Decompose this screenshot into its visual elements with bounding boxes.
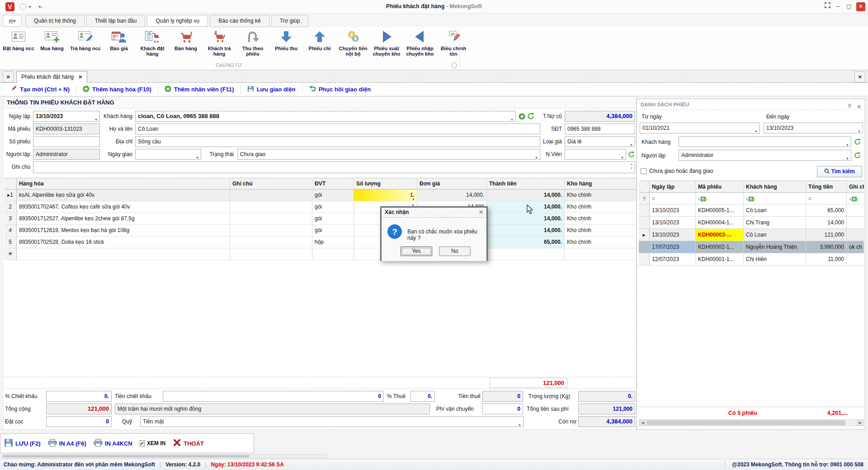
footer-button[interactable]: THOÁT — [173, 438, 204, 448]
scroll-right-icon[interactable]: ▶ — [857, 420, 863, 426]
item-unit-cell[interactable]: gói — [312, 201, 354, 213]
refresh-icon[interactable] — [853, 136, 861, 147]
minimize-icon[interactable]: ─ — [834, 2, 843, 11]
order-date-cell[interactable]: 13/10/2023 — [650, 229, 696, 241]
menu-tab-thiết-lập-ban-đầu[interactable]: Thiết lập ban đầu — [86, 15, 146, 27]
order-row[interactable]: 12/07/2023KDH00001-1...Chị Hiền11,000 — [639, 253, 864, 266]
menu-tab-quản-lý-nghiệp-vụ[interactable]: Quản lý nghiệp vụ — [147, 15, 208, 27]
from-date-field[interactable]: 01/10/2021▼ — [640, 123, 760, 133]
toolbar-item[interactable]: Thu theo phiếu — [236, 28, 269, 61]
toolbar-item[interactable]: €$Chuyển tiền nội bộ — [336, 28, 370, 61]
group-expand-icon[interactable]: ◦ — [451, 62, 457, 68]
order-customer-cell[interactable]: Chị Trang — [744, 217, 806, 228]
filter-creator-field[interactable]: Administrator▼ — [679, 150, 851, 161]
chevron-down-icon[interactable]: ▼ — [94, 115, 98, 122]
item-unit-cell[interactable]: gói — [312, 190, 354, 201]
order-note-cell[interactable]: ok ch — [847, 241, 864, 253]
menu-tab-báo-cáo-thống-kê[interactable]: Báo cáo thống kê — [210, 15, 269, 27]
item-note-cell[interactable] — [230, 237, 312, 248]
order-note-cell[interactable] — [847, 217, 864, 228]
deposit-field[interactable]: 0 — [46, 416, 112, 427]
toolbar-item[interactable]: Khách đặt hàng — [136, 28, 169, 61]
item-warehouse-cell[interactable]: Kho chính — [565, 237, 636, 248]
column-header[interactable]: Số lượng — [354, 178, 417, 189]
table-row[interactable]: 48935001712619, Mentos kẹo bạc hà gói 10… — [4, 225, 636, 237]
order-total-cell[interactable]: 121,000 — [806, 229, 847, 241]
toolbar-item[interactable]: Phiếu xuất chuyển kho — [370, 28, 403, 61]
toolbar-item[interactable]: Đặt hàng ncc — [2, 28, 35, 61]
scroll-left-icon[interactable]: ◀ — [639, 420, 646, 426]
item-name-cell[interactable]: 8935001712527, Alpenlibe kẹo 2chew gói 8… — [17, 213, 230, 224]
order-code-cell[interactable]: KDH00002-1... — [696, 241, 744, 253]
order-customer-cell[interactable]: Nguyễn Hoàng Thiện — [744, 241, 806, 253]
item-warehouse-cell[interactable]: Kho chính — [565, 213, 636, 224]
pct-discount-field[interactable]: 0. — [46, 391, 112, 402]
column-header[interactable]: Thành tiền — [487, 178, 565, 189]
footer-button[interactable]: LƯU (F2) — [4, 438, 41, 449]
discount-field[interactable]: 0 — [163, 391, 384, 402]
tab-close-icon[interactable]: ✕ — [78, 74, 82, 80]
checkbox-icon[interactable] — [641, 168, 646, 174]
column-header[interactable]: ĐVT — [312, 178, 354, 189]
order-note-cell[interactable] — [847, 204, 864, 216]
scrollbar-thumb[interactable] — [646, 420, 845, 425]
order-total-cell[interactable]: 65,000 — [806, 204, 847, 216]
order-date-cell[interactable]: 17/07/2023 — [650, 241, 696, 253]
column-header[interactable]: Ghi chú — [847, 181, 864, 192]
empty-cell[interactable] — [312, 248, 354, 260]
order-total-cell[interactable]: 3,990,000 — [806, 241, 847, 253]
fullscreen-icon[interactable] — [823, 2, 832, 11]
empty-cell[interactable] — [230, 248, 312, 260]
order-total-cell[interactable]: 11,000 — [806, 253, 847, 265]
item-note-cell[interactable] — [230, 190, 312, 201]
price-type-field[interactable]: Giá lẻ▼ — [565, 136, 635, 147]
close-icon[interactable]: ✕ — [479, 208, 483, 217]
refresh-staff-icon[interactable] — [627, 149, 635, 160]
order-customer-cell[interactable]: Cô Loan — [744, 204, 806, 216]
table-row[interactable]: ▸1ksAl, Alpenlibe kẹo sữa gói 40vgói1.▼1… — [4, 190, 636, 201]
column-header[interactable]: Kho hàng — [565, 178, 636, 189]
item-qty-cell[interactable]: 1.▼ — [354, 190, 417, 201]
action-5[interactable]: Phục hồi giao diện — [302, 85, 377, 94]
pct-tax-field[interactable]: 0. — [410, 391, 435, 402]
toolbar-item[interactable]: Mua hàng — [35, 28, 69, 61]
delivery-date-field[interactable]: ▼ — [135, 149, 201, 160]
toolbar-item[interactable]: Trả hàng ncc — [69, 28, 102, 61]
item-note-cell[interactable] — [230, 213, 312, 224]
refresh-icon[interactable] — [853, 150, 861, 161]
item-name-cell[interactable]: 8935001702467, Cofitos kẹo café sữa gói … — [17, 201, 230, 213]
maximize-icon[interactable]: ▢ — [844, 2, 854, 11]
table-row[interactable]: 58935001702528, Golia kẹo 16 stickhộp65,… — [4, 237, 636, 248]
item-warehouse-cell[interactable]: Kho chính — [565, 190, 636, 201]
empty-cell[interactable] — [565, 248, 636, 260]
menu-tab-trợ-giúp[interactable]: Trợ giúp — [271, 15, 309, 27]
menu-tab-quản-trị-hệ-thống[interactable]: Quản trị hệ thống — [25, 15, 85, 27]
item-name-cell[interactable]: 8935001702528, Golia kẹo 16 stick — [17, 237, 230, 248]
strip-close-icon[interactable]: ✕ — [854, 71, 865, 82]
chevron-down-icon[interactable]: ▼ — [196, 153, 199, 160]
fund-field[interactable]: Tiền mặt▼ — [140, 416, 524, 427]
footer-button[interactable]: IN A4KCN — [94, 439, 132, 448]
document-tab[interactable]: Phiếu khách đặt hàng✕ — [16, 71, 87, 83]
filter-row[interactable]: =aBcaBc=aBc — [639, 193, 864, 204]
shipping-field[interactable]: 0 — [482, 404, 523, 414]
item-name-cell[interactable]: 8935001712619, Mentos kẹo bạc hà gói 108… — [17, 225, 230, 236]
empty-cell[interactable] — [487, 248, 565, 260]
chevron-down-icon[interactable]: ▼ — [518, 420, 521, 427]
chevron-down-icon[interactable]: ▼ — [846, 154, 849, 164]
order-note-cell[interactable] — [847, 229, 864, 241]
action-3[interactable]: Thêm nhân viên (F11) — [158, 85, 241, 94]
item-name-cell[interactable]: ksAl, Alpenlibe kẹo sữa gói 40v — [17, 190, 230, 201]
horizontal-scrollbar[interactable] — [2, 454, 326, 458]
order-note-cell[interactable] — [847, 253, 864, 265]
toolbar-item[interactable]: Phiếu chi — [303, 28, 336, 61]
column-header[interactable]: Khách hàng — [744, 181, 806, 192]
chevron-down-icon[interactable]: ▼ — [630, 140, 633, 147]
item-unit-cell[interactable]: gói — [312, 225, 354, 236]
horizontal-scrollbar[interactable]: ◀ ▶ — [639, 419, 864, 426]
chevron-down-icon[interactable]: ▼ — [755, 127, 758, 137]
item-note-cell[interactable] — [230, 225, 312, 236]
order-code-cell[interactable]: KDH00005-1... — [696, 204, 744, 216]
footer-button[interactable]: IN A4 (F6) — [48, 439, 86, 448]
order-customer-cell[interactable]: Chị Hiền — [744, 253, 806, 265]
